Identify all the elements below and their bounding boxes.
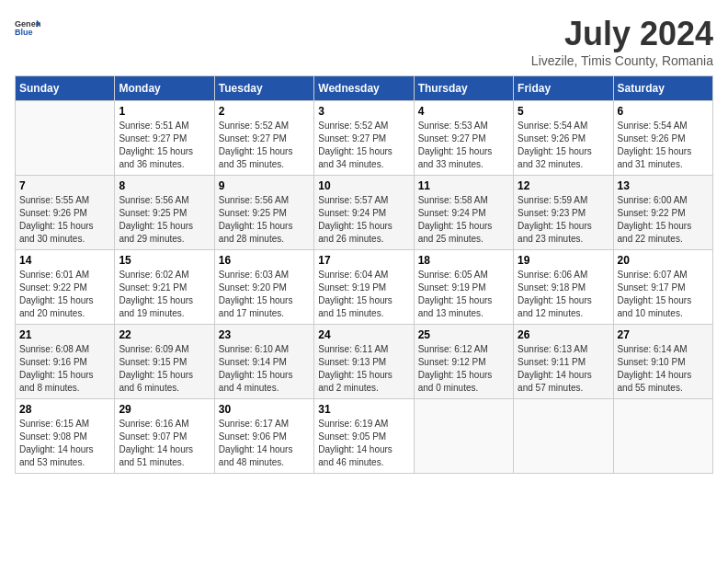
- week-row-1: 7Sunrise: 5:55 AMSunset: 9:26 PMDaylight…: [16, 176, 713, 250]
- empty-cell: [414, 399, 513, 474]
- header-day-thursday: Thursday: [414, 76, 513, 101]
- day-cell-3: 3Sunrise: 5:52 AMSunset: 9:27 PMDaylight…: [314, 101, 414, 176]
- day-number: 20: [618, 254, 709, 267]
- day-number: 3: [318, 105, 409, 118]
- header-day-friday: Friday: [514, 76, 613, 101]
- header-day-wednesday: Wednesday: [314, 76, 414, 101]
- day-info: Sunrise: 5:54 AMSunset: 9:26 PMDaylight:…: [518, 120, 609, 171]
- day-number: 22: [119, 328, 210, 341]
- day-cell-22: 22Sunrise: 6:09 AMSunset: 9:15 PMDayligh…: [115, 325, 214, 399]
- day-info: Sunrise: 6:16 AMSunset: 9:07 PMDaylight:…: [119, 418, 210, 469]
- header-row: SundayMondayTuesdayWednesdayThursdayFrid…: [16, 76, 713, 101]
- title-area: July 2024 Livezile, Timis County, Romani…: [531, 15, 713, 68]
- day-cell-7: 7Sunrise: 5:55 AMSunset: 9:26 PMDaylight…: [16, 176, 115, 250]
- day-info: Sunrise: 5:53 AMSunset: 9:27 PMDaylight:…: [418, 120, 509, 171]
- day-cell-28: 28Sunrise: 6:15 AMSunset: 9:08 PMDayligh…: [16, 399, 115, 474]
- day-info: Sunrise: 6:07 AMSunset: 9:17 PMDaylight:…: [618, 269, 709, 320]
- day-number: 18: [418, 254, 509, 267]
- day-info: Sunrise: 5:52 AMSunset: 9:27 PMDaylight:…: [318, 120, 409, 171]
- day-number: 10: [318, 179, 409, 192]
- day-info: Sunrise: 6:11 AMSunset: 9:13 PMDaylight:…: [318, 343, 409, 395]
- day-cell-13: 13Sunrise: 6:00 AMSunset: 9:22 PMDayligh…: [613, 176, 712, 250]
- empty-cell: [16, 101, 115, 176]
- day-info: Sunrise: 6:08 AMSunset: 9:16 PMDaylight:…: [19, 343, 110, 395]
- day-number: 11: [418, 179, 509, 192]
- day-cell-16: 16Sunrise: 6:03 AMSunset: 9:20 PMDayligh…: [214, 250, 313, 325]
- empty-cell: [514, 399, 613, 474]
- day-number: 2: [219, 105, 310, 118]
- day-info: Sunrise: 6:09 AMSunset: 9:15 PMDaylight:…: [119, 343, 210, 395]
- day-number: 19: [518, 254, 609, 267]
- day-cell-25: 25Sunrise: 6:12 AMSunset: 9:12 PMDayligh…: [414, 325, 513, 399]
- day-cell-14: 14Sunrise: 6:01 AMSunset: 9:22 PMDayligh…: [16, 250, 115, 325]
- day-info: Sunrise: 5:55 AMSunset: 9:26 PMDaylight:…: [19, 194, 110, 246]
- day-info: Sunrise: 5:58 AMSunset: 9:24 PMDaylight:…: [418, 194, 509, 246]
- day-info: Sunrise: 6:17 AMSunset: 9:06 PMDaylight:…: [219, 418, 310, 469]
- day-info: Sunrise: 5:52 AMSunset: 9:27 PMDaylight:…: [219, 120, 310, 171]
- day-number: 9: [219, 179, 310, 192]
- day-info: Sunrise: 6:03 AMSunset: 9:20 PMDaylight:…: [219, 269, 310, 320]
- calendar-table: SundayMondayTuesdayWednesdayThursdayFrid…: [15, 75, 713, 474]
- month-title: July 2024: [531, 15, 713, 53]
- day-cell-17: 17Sunrise: 6:04 AMSunset: 9:19 PMDayligh…: [314, 250, 414, 325]
- day-number: 30: [219, 403, 310, 416]
- logo-icon: General Blue: [15, 15, 40, 40]
- day-info: Sunrise: 6:13 AMSunset: 9:11 PMDaylight:…: [518, 343, 609, 395]
- day-cell-30: 30Sunrise: 6:17 AMSunset: 9:06 PMDayligh…: [214, 399, 313, 474]
- day-cell-4: 4Sunrise: 5:53 AMSunset: 9:27 PMDaylight…: [414, 101, 513, 176]
- day-cell-1: 1Sunrise: 5:51 AMSunset: 9:27 PMDaylight…: [115, 101, 214, 176]
- location-title: Livezile, Timis County, Romania: [531, 53, 713, 68]
- day-number: 24: [318, 328, 409, 341]
- header-day-saturday: Saturday: [613, 76, 712, 101]
- header-day-sunday: Sunday: [16, 76, 115, 101]
- day-number: 6: [618, 105, 709, 118]
- day-info: Sunrise: 6:19 AMSunset: 9:05 PMDaylight:…: [318, 418, 409, 469]
- day-info: Sunrise: 5:56 AMSunset: 9:25 PMDaylight:…: [219, 194, 310, 246]
- day-info: Sunrise: 6:00 AMSunset: 9:22 PMDaylight:…: [618, 194, 709, 246]
- day-info: Sunrise: 5:59 AMSunset: 9:23 PMDaylight:…: [518, 194, 609, 246]
- day-number: 28: [19, 403, 110, 416]
- day-number: 16: [219, 254, 310, 267]
- day-cell-10: 10Sunrise: 5:57 AMSunset: 9:24 PMDayligh…: [314, 176, 414, 250]
- day-info: Sunrise: 5:54 AMSunset: 9:26 PMDaylight:…: [618, 120, 709, 171]
- day-info: Sunrise: 6:02 AMSunset: 9:21 PMDaylight:…: [119, 269, 210, 320]
- day-number: 12: [518, 179, 609, 192]
- day-cell-12: 12Sunrise: 5:59 AMSunset: 9:23 PMDayligh…: [514, 176, 613, 250]
- day-info: Sunrise: 6:12 AMSunset: 9:12 PMDaylight:…: [418, 343, 509, 395]
- day-number: 31: [318, 403, 409, 416]
- day-info: Sunrise: 6:14 AMSunset: 9:10 PMDaylight:…: [618, 343, 709, 395]
- day-cell-27: 27Sunrise: 6:14 AMSunset: 9:10 PMDayligh…: [613, 325, 712, 399]
- day-number: 29: [119, 403, 210, 416]
- day-info: Sunrise: 6:06 AMSunset: 9:18 PMDaylight:…: [518, 269, 609, 320]
- day-cell-2: 2Sunrise: 5:52 AMSunset: 9:27 PMDaylight…: [214, 101, 313, 176]
- day-number: 13: [618, 179, 709, 192]
- day-info: Sunrise: 5:56 AMSunset: 9:25 PMDaylight:…: [119, 194, 210, 246]
- header: General Blue July 2024 Livezile, Timis C…: [15, 15, 713, 68]
- day-number: 21: [19, 328, 110, 341]
- day-cell-26: 26Sunrise: 6:13 AMSunset: 9:11 PMDayligh…: [514, 325, 613, 399]
- logo: General Blue: [15, 15, 40, 40]
- day-cell-18: 18Sunrise: 6:05 AMSunset: 9:19 PMDayligh…: [414, 250, 513, 325]
- svg-text:Blue: Blue: [15, 28, 33, 37]
- day-cell-6: 6Sunrise: 5:54 AMSunset: 9:26 PMDaylight…: [613, 101, 712, 176]
- day-number: 25: [418, 328, 509, 341]
- day-number: 14: [19, 254, 110, 267]
- day-info: Sunrise: 5:57 AMSunset: 9:24 PMDaylight:…: [318, 194, 409, 246]
- day-number: 26: [518, 328, 609, 341]
- day-cell-9: 9Sunrise: 5:56 AMSunset: 9:25 PMDaylight…: [214, 176, 313, 250]
- day-number: 8: [119, 179, 210, 192]
- day-cell-19: 19Sunrise: 6:06 AMSunset: 9:18 PMDayligh…: [514, 250, 613, 325]
- day-number: 17: [318, 254, 409, 267]
- day-info: Sunrise: 6:05 AMSunset: 9:19 PMDaylight:…: [418, 269, 509, 320]
- week-row-4: 28Sunrise: 6:15 AMSunset: 9:08 PMDayligh…: [16, 399, 713, 474]
- day-info: Sunrise: 5:51 AMSunset: 9:27 PMDaylight:…: [119, 120, 210, 171]
- week-row-0: 1Sunrise: 5:51 AMSunset: 9:27 PMDaylight…: [16, 101, 713, 176]
- day-number: 5: [518, 105, 609, 118]
- empty-cell: [613, 399, 712, 474]
- day-cell-15: 15Sunrise: 6:02 AMSunset: 9:21 PMDayligh…: [115, 250, 214, 325]
- day-cell-5: 5Sunrise: 5:54 AMSunset: 9:26 PMDaylight…: [514, 101, 613, 176]
- day-info: Sunrise: 6:04 AMSunset: 9:19 PMDaylight:…: [318, 269, 409, 320]
- header-day-monday: Monday: [115, 76, 214, 101]
- day-number: 15: [119, 254, 210, 267]
- day-number: 4: [418, 105, 509, 118]
